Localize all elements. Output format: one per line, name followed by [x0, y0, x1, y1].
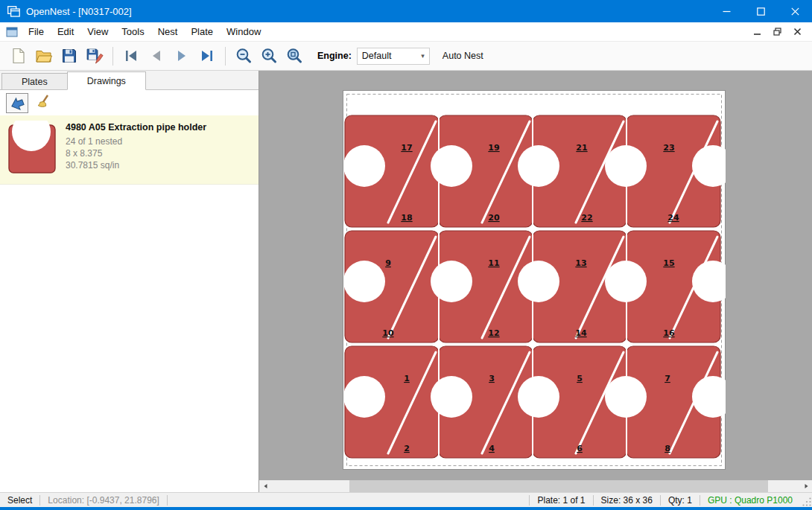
- status-plate: Plate: 1 of 1: [530, 493, 592, 507]
- next-icon: [174, 48, 190, 63]
- scroll-left-arrow-icon[interactable]: [259, 480, 272, 492]
- part-number-label[interactable]: 12: [488, 328, 499, 338]
- part-number-label[interactable]: 9: [385, 258, 391, 268]
- part-cutout-circle: [518, 376, 559, 418]
- maximize-button[interactable]: [743, 0, 778, 22]
- part-number-label[interactable]: 13: [575, 258, 586, 268]
- zoom-in-button[interactable]: [256, 45, 282, 68]
- window-title: OpenNest - [N0317-002]: [26, 6, 132, 17]
- last-plate-button[interactable]: [194, 45, 220, 68]
- zoom-out-icon: [235, 47, 253, 65]
- tab-plates[interactable]: Plates: [1, 73, 68, 89]
- zoom-fit-button[interactable]: [282, 45, 307, 68]
- save-icon: [61, 48, 77, 64]
- part-cutout-circle: [343, 376, 385, 418]
- part-cutout-circle: [431, 145, 472, 187]
- open-folder-icon: [35, 48, 53, 64]
- menu-window[interactable]: Window: [220, 22, 267, 41]
- zoom-out-button[interactable]: [231, 45, 256, 68]
- app-icon: [7, 6, 20, 17]
- part-number-label[interactable]: 21: [576, 143, 587, 153]
- part-thumbnail: [6, 121, 58, 179]
- previous-plate-button[interactable]: [144, 45, 169, 68]
- first-plate-button[interactable]: [118, 45, 144, 68]
- part-number-label[interactable]: 16: [663, 328, 675, 338]
- opennest-window: OpenNest - [N0317-002] File Edit View To…: [0, 0, 812, 510]
- toolbar-separator: [112, 47, 113, 66]
- menu-view[interactable]: View: [80, 22, 115, 41]
- part-number-label[interactable]: 11: [488, 258, 499, 268]
- part-number-label[interactable]: 22: [581, 213, 592, 223]
- broom-icon: [36, 94, 54, 112]
- menu-file[interactable]: File: [22, 22, 51, 41]
- mdi-close-icon: [793, 28, 802, 36]
- drawings-list: 4980 A05 Extraction pipe holder 24 of 1 …: [0, 115, 258, 492]
- menu-plate[interactable]: Plate: [184, 22, 220, 41]
- engine-select[interactable]: Default ▾: [357, 48, 430, 65]
- part-number-label[interactable]: 5: [577, 374, 583, 383]
- open-button[interactable]: [31, 45, 57, 68]
- part-cutout-circle: [343, 261, 385, 302]
- tabstrip: Plates Drawings: [0, 71, 258, 90]
- mdi-minimize-button[interactable]: [748, 25, 766, 39]
- part-number-label[interactable]: 17: [401, 143, 412, 153]
- part-cutout-circle: [431, 376, 472, 418]
- resize-grip[interactable]: [800, 493, 812, 507]
- menu-nest[interactable]: Nest: [151, 22, 185, 41]
- engine-label: Engine:: [317, 51, 352, 61]
- part-number-label[interactable]: 7: [664, 374, 670, 383]
- document-icon[interactable]: [6, 27, 18, 37]
- scrollbar-track[interactable]: [272, 480, 799, 492]
- scroll-right-arrow-icon[interactable]: [799, 480, 812, 492]
- drawing-nested-count: 24 of 1 nested: [66, 136, 206, 147]
- drawing-dimensions: 8 x 8.375: [66, 147, 206, 159]
- part-number-label[interactable]: 14: [575, 328, 587, 338]
- new-button[interactable]: [6, 45, 31, 68]
- part-number-label[interactable]: 3: [489, 374, 495, 383]
- window-border-accent: [0, 507, 812, 510]
- clear-drawings-button[interactable]: [34, 93, 56, 113]
- minimize-button[interactable]: [709, 0, 743, 22]
- part-number-label[interactable]: 24: [667, 213, 679, 223]
- window-controls: [709, 0, 812, 22]
- status-separator: [167, 495, 168, 506]
- toolbar: Engine: Default ▾ Auto Nest: [0, 42, 812, 71]
- part-number-label[interactable]: 18: [401, 213, 412, 223]
- next-plate-button[interactable]: [169, 45, 194, 68]
- menu-tools[interactable]: Tools: [115, 22, 150, 41]
- minimize-icon: [723, 7, 731, 16]
- part-number-label[interactable]: 10: [382, 328, 394, 338]
- part-number-label[interactable]: 23: [663, 143, 674, 153]
- save-button[interactable]: [57, 45, 82, 68]
- status-mode: Select: [0, 493, 39, 507]
- part-number-label[interactable]: 20: [488, 213, 500, 223]
- part-cutout-circle: [343, 145, 385, 187]
- mdi-minimize-icon: [753, 28, 761, 36]
- plate[interactable]: 123456789101112131415161718192021222324: [343, 90, 726, 470]
- mdi-restore-button[interactable]: [768, 25, 786, 39]
- part-number-label[interactable]: 1: [404, 374, 410, 383]
- save-as-button[interactable]: [82, 45, 107, 68]
- menu-edit[interactable]: Edit: [51, 22, 80, 41]
- part-number-label[interactable]: 15: [663, 258, 674, 268]
- close-button[interactable]: [778, 0, 812, 22]
- scrollbar-thumb[interactable]: [349, 480, 768, 492]
- zoom-fit-icon: [285, 47, 303, 65]
- last-icon: [199, 48, 215, 63]
- mdi-close-button[interactable]: [788, 25, 806, 39]
- part-number-label[interactable]: 6: [577, 444, 583, 453]
- horizontal-scrollbar[interactable]: [259, 480, 812, 492]
- part-cutout-circle: [518, 261, 559, 302]
- drawing-list-item[interactable]: 4980 A05 Extraction pipe holder 24 of 1 …: [0, 115, 258, 185]
- part-cutout-circle: [518, 145, 559, 187]
- part-number-label[interactable]: 4: [489, 444, 495, 453]
- tab-drawings[interactable]: Drawings: [67, 71, 146, 90]
- part-number-label[interactable]: 19: [488, 143, 499, 153]
- toolbar-separator: [225, 47, 226, 66]
- status-location: Location: [-0.9437, 21.8796]: [40, 493, 166, 507]
- import-drawings-button[interactable]: [6, 93, 28, 113]
- nest-canvas[interactable]: 123456789101112131415161718192021222324: [259, 71, 812, 492]
- auto-nest-button[interactable]: Auto Nest: [443, 51, 483, 61]
- part-number-label[interactable]: 2: [404, 444, 410, 453]
- part-number-label[interactable]: 8: [664, 444, 670, 453]
